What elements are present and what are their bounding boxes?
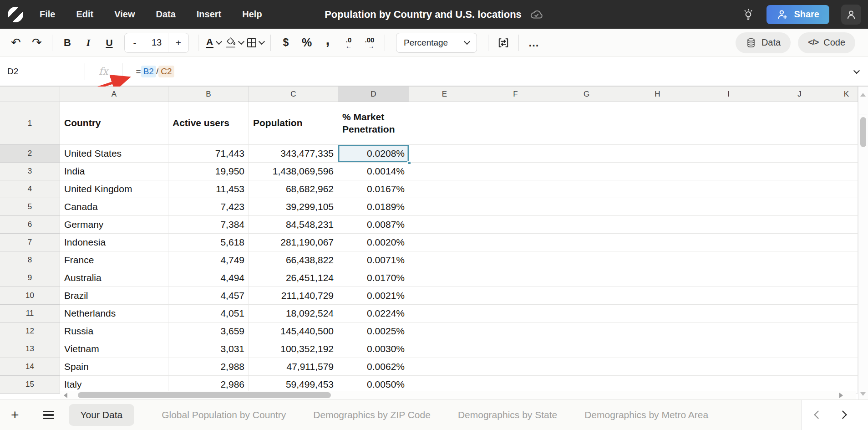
number-format-dropdown[interactable]: Percentage xyxy=(396,33,477,53)
cell-A12[interactable]: Russia xyxy=(60,322,168,340)
underline-button[interactable]: U xyxy=(99,33,120,53)
percent-format-button[interactable]: % xyxy=(296,33,317,53)
cell-E14[interactable] xyxy=(409,358,480,376)
cell-G11[interactable] xyxy=(551,305,622,322)
cell-J6[interactable] xyxy=(764,216,835,234)
formula-input[interactable]: = B2 / C2 xyxy=(136,66,174,77)
cell-J12[interactable] xyxy=(764,322,835,340)
row-header-1[interactable]: 1 xyxy=(0,102,60,145)
cell-I7[interactable] xyxy=(693,234,764,251)
sheet-list-button[interactable] xyxy=(43,411,54,420)
cell-E5[interactable] xyxy=(409,198,480,216)
cell-B10[interactable]: 4,457 xyxy=(168,287,249,305)
cell-F11[interactable] xyxy=(480,305,551,322)
cell-F14[interactable] xyxy=(480,358,551,376)
undo-icon[interactable]: ↶ xyxy=(5,33,26,53)
redo-icon[interactable]: ↷ xyxy=(26,33,47,53)
column-header-A[interactable]: A xyxy=(60,87,168,102)
column-header-D[interactable]: D xyxy=(338,87,409,102)
row-header-7[interactable]: 7 xyxy=(0,234,60,251)
chevron-down-icon[interactable] xyxy=(258,38,264,45)
cell-I2[interactable] xyxy=(693,145,764,163)
cell-G10[interactable] xyxy=(551,287,622,305)
cell-H8[interactable] xyxy=(622,251,693,269)
prev-sheets-button[interactable] xyxy=(814,410,822,419)
cell-H14[interactable] xyxy=(622,358,693,376)
cell-J4[interactable] xyxy=(764,180,835,198)
cell-J7[interactable] xyxy=(764,234,835,251)
cell-D13[interactable]: 0.0030% xyxy=(338,340,409,358)
cell-A8[interactable]: France xyxy=(60,251,168,269)
cell-H12[interactable] xyxy=(622,322,693,340)
scroll-down-icon[interactable] xyxy=(860,392,866,396)
cell-K10[interactable] xyxy=(835,287,858,305)
cell-K2[interactable] xyxy=(835,145,858,163)
cell-A9[interactable]: Australia xyxy=(60,269,168,287)
cell-H6[interactable] xyxy=(622,216,693,234)
chevron-down-icon[interactable] xyxy=(238,38,244,45)
scroll-up-icon[interactable] xyxy=(860,93,866,97)
column-header-C[interactable]: C xyxy=(249,87,338,102)
cell-D2[interactable]: 0.0208% xyxy=(338,145,409,163)
cell-B6[interactable]: 7,384 xyxy=(168,216,249,234)
cell-F12[interactable] xyxy=(480,322,551,340)
cell-C8[interactable]: 66,438,822 xyxy=(249,251,338,269)
cell-A3[interactable]: India xyxy=(60,163,168,180)
cell-H9[interactable] xyxy=(622,269,693,287)
cell-F5[interactable] xyxy=(480,198,551,216)
decrease-font-button[interactable]: - xyxy=(125,33,145,52)
sheet-tab-your-data[interactable]: Your Data xyxy=(69,404,135,426)
cell-F4[interactable] xyxy=(480,180,551,198)
cell-H1[interactable] xyxy=(622,102,693,145)
column-header-F[interactable]: F xyxy=(480,87,551,102)
cell-A10[interactable]: Brazil xyxy=(60,287,168,305)
row-header-9[interactable]: 9 xyxy=(0,269,60,287)
cell-I6[interactable] xyxy=(693,216,764,234)
cell-G3[interactable] xyxy=(551,163,622,180)
cell-A7[interactable]: Indonesia xyxy=(60,234,168,251)
menu-item-view[interactable]: View xyxy=(114,9,135,20)
cell-J5[interactable] xyxy=(764,198,835,216)
cell-D3[interactable]: 0.0014% xyxy=(338,163,409,180)
cell-B8[interactable]: 4,749 xyxy=(168,251,249,269)
borders-button[interactable] xyxy=(245,33,266,53)
cell-F9[interactable] xyxy=(480,269,551,287)
cell-H10[interactable] xyxy=(622,287,693,305)
cell-J11[interactable] xyxy=(764,305,835,322)
cell-D9[interactable]: 0.0170% xyxy=(338,269,409,287)
cell-I5[interactable] xyxy=(693,198,764,216)
cell-H13[interactable] xyxy=(622,340,693,358)
cell-J1[interactable] xyxy=(764,102,835,145)
grid-corner-select-all[interactable] xyxy=(0,87,60,102)
italic-button[interactable]: I xyxy=(78,33,99,53)
cell-B4[interactable]: 11,453 xyxy=(168,180,249,198)
cell-J3[interactable] xyxy=(764,163,835,180)
cell-I4[interactable] xyxy=(693,180,764,198)
cell-I14[interactable] xyxy=(693,358,764,376)
cell-B12[interactable]: 3,659 xyxy=(168,322,249,340)
comma-format-button[interactable]: , xyxy=(317,30,338,50)
cell-F8[interactable] xyxy=(480,251,551,269)
sheet-tab-demographics-by-metro-area[interactable]: Demographics by Metro Area xyxy=(584,410,708,420)
cell-K11[interactable] xyxy=(835,305,858,322)
cell-H5[interactable] xyxy=(622,198,693,216)
cell-G7[interactable] xyxy=(551,234,622,251)
row-header-11[interactable]: 11 xyxy=(0,305,60,322)
menu-item-insert[interactable]: Insert xyxy=(197,9,221,20)
cell-C12[interactable]: 145,440,500 xyxy=(249,322,338,340)
cell-G5[interactable] xyxy=(551,198,622,216)
column-header-K[interactable]: K xyxy=(835,87,858,102)
fill-color-button[interactable] xyxy=(224,33,245,53)
cell-J14[interactable] xyxy=(764,358,835,376)
scroll-right-icon[interactable] xyxy=(839,393,843,398)
cell-J9[interactable] xyxy=(764,269,835,287)
cell-K4[interactable] xyxy=(835,180,858,198)
sheet-tab-demographics-by-state[interactable]: Demographics by State xyxy=(458,410,557,420)
cell-I10[interactable] xyxy=(693,287,764,305)
cell-I9[interactable] xyxy=(693,269,764,287)
data-panel-button[interactable]: Data xyxy=(736,32,791,53)
column-header-J[interactable]: J xyxy=(764,87,835,102)
cell-E7[interactable] xyxy=(409,234,480,251)
cell-I1[interactable] xyxy=(693,102,764,145)
cell-G4[interactable] xyxy=(551,180,622,198)
